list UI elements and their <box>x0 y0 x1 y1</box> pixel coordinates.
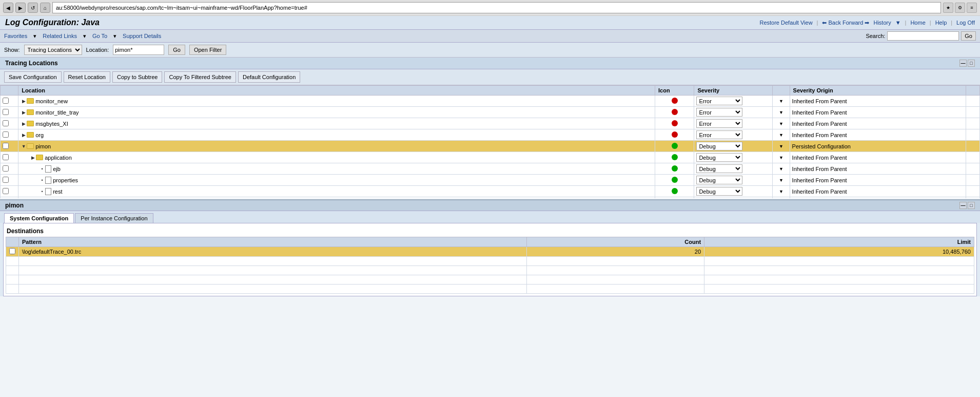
pimon-maximize-btn[interactable]: □ <box>968 202 975 209</box>
support-details-link[interactable]: Support Details <box>123 33 161 40</box>
reset-location-btn[interactable]: Reset Location <box>64 71 110 83</box>
col-sev-sort[interactable] <box>773 86 790 96</box>
dest-checkbox[interactable] <box>9 248 15 254</box>
severity-cell[interactable]: AllDebugPathInfoWarningErrorFatalNone <box>694 96 773 107</box>
tree-toggle[interactable]: ▶ <box>21 109 27 116</box>
tree-toggle[interactable]: ▶ <box>21 121 27 127</box>
severity-dropdown-arrow[interactable]: ▼ <box>773 152 790 163</box>
copy-subtree-btn[interactable]: Copy to Subtree <box>112 71 163 83</box>
row-checkbox[interactable] <box>3 98 9 104</box>
severity-select[interactable]: AllDebugPathInfoWarningErrorFatalNone <box>696 153 742 162</box>
severity-dropdown-arrow[interactable]: ▼ <box>773 186 790 197</box>
star-icon[interactable]: ★ <box>943 3 953 13</box>
row-checkbox-cell[interactable] <box>1 141 18 152</box>
back-forward-btn[interactable]: ⬅ Back Forward ➡ <box>822 20 869 26</box>
row-checkbox[interactable] <box>3 188 9 194</box>
table-row[interactable]: ▶ org AllDebugPathInfoWarningErrorFatalN… <box>1 129 980 141</box>
severity-select[interactable]: AllDebugPathInfoWarningErrorFatalNone <box>696 142 742 150</box>
severity-cell[interactable]: AllDebugPathInfoWarningErrorFatalNone <box>694 118 773 129</box>
home-link[interactable]: Home <box>910 20 925 26</box>
table-row[interactable]: ▶ application AllDebugPathInfoWarningErr… <box>1 152 980 163</box>
row-checkbox-cell[interactable] <box>1 129 18 141</box>
severity-select[interactable]: AllDebugPathInfoWarningErrorFatalNone <box>696 187 742 196</box>
severity-dropdown-arrow[interactable]: ▼ <box>773 175 790 186</box>
severity-cell[interactable]: AllDebugPathInfoWarningErrorFatalNone <box>694 129 773 141</box>
search-input[interactable] <box>887 31 959 41</box>
severity-cell[interactable]: AllDebugPathInfoWarningErrorFatalNone <box>694 197 773 199</box>
severity-select[interactable]: AllDebugPathInfoWarningErrorFatalNone <box>696 130 742 139</box>
restore-default-link[interactable]: Restore Default View <box>759 20 812 26</box>
row-checkbox-cell[interactable] <box>1 152 18 163</box>
row-checkbox-cell[interactable] <box>1 197 18 199</box>
row-checkbox[interactable] <box>3 109 9 115</box>
severity-cell[interactable]: AllDebugPathInfoWarningErrorFatalNone <box>694 152 773 163</box>
logoff-link[interactable]: Log Off <box>956 20 975 26</box>
row-checkbox[interactable] <box>3 177 9 183</box>
tree-toggle[interactable]: ▶ <box>21 132 27 138</box>
row-checkbox-cell[interactable] <box>1 175 18 186</box>
favorites-menu[interactable]: Favorites <box>4 33 27 40</box>
forward-btn[interactable]: ▶ <box>15 3 26 13</box>
copy-filtered-btn[interactable]: Copy To Filtered Subtree <box>164 71 236 83</box>
go-btn[interactable]: Go <box>168 45 185 55</box>
location-input[interactable] <box>113 45 164 55</box>
dest-row[interactable]: \log\defaultTrace_00.trc 20 10,485,760 <box>6 247 974 257</box>
severity-dropdown-arrow[interactable]: ▼ <box>773 163 790 175</box>
row-checkbox-cell[interactable] <box>1 107 18 118</box>
row-checkbox-cell[interactable] <box>1 96 18 107</box>
table-row[interactable]: ▼ pimon AllDebugPathInfoWarningErrorFata… <box>1 141 980 152</box>
row-checkbox[interactable] <box>3 120 9 126</box>
go-to-menu[interactable]: Go To <box>92 33 107 40</box>
severity-select[interactable]: AllDebugPathInfoWarningErrorFatalNone <box>696 108 742 117</box>
severity-dropdown-arrow[interactable]: ▼ <box>773 107 790 118</box>
severity-dropdown-arrow[interactable]: ▼ <box>773 129 790 141</box>
settings-icon[interactable]: ⚙ <box>955 3 965 13</box>
table-row[interactable]: • ejb AllDebugPathInfoWarningErrorFatalN… <box>1 163 980 175</box>
severity-dropdown-arrow[interactable]: ▼ <box>773 197 790 199</box>
url-bar[interactable] <box>52 2 941 13</box>
severity-select[interactable]: AllDebugPathInfoWarningErrorFatalNone <box>696 97 742 105</box>
severity-select[interactable]: AllDebugPathInfoWarningErrorFatalNone <box>696 164 742 173</box>
severity-select[interactable]: AllDebugPathInfoWarningErrorFatalNone <box>696 119 742 128</box>
help-link[interactable]: Help <box>935 20 947 26</box>
row-checkbox[interactable] <box>3 154 9 160</box>
browser-menu-icon[interactable]: ≡ <box>967 3 977 13</box>
table-row[interactable]: ▶ msgbytes_XI AllDebugPathInfoWarningErr… <box>1 118 980 129</box>
severity-dropdown-arrow[interactable]: ▼ <box>773 96 790 107</box>
reload-btn[interactable]: ↺ <box>28 3 38 13</box>
tab-instance-configuration[interactable]: Per Instance Configuration <box>75 213 153 223</box>
home-nav-btn[interactable]: ⌂ <box>40 3 50 13</box>
table-row[interactable]: • rest AllDebugPathInfoWarningErrorFatal… <box>1 186 980 197</box>
row-checkbox[interactable] <box>3 165 9 172</box>
row-checkbox[interactable] <box>3 131 9 138</box>
table-row[interactable]: ▶ session AllDebugPathInfoWarningErrorFa… <box>1 197 980 199</box>
dest-checkbox-cell[interactable] <box>6 247 19 257</box>
tree-toggle[interactable]: ▶ <box>21 98 27 104</box>
back-btn[interactable]: ◀ <box>3 3 13 13</box>
severity-dropdown-arrow[interactable]: ▼ <box>773 118 790 129</box>
row-checkbox-cell[interactable] <box>1 118 18 129</box>
severity-cell[interactable]: AllDebugPathInfoWarningErrorFatalNone <box>694 107 773 118</box>
severity-cell[interactable]: AllDebugPathInfoWarningErrorFatalNone <box>694 141 773 152</box>
severity-cell[interactable]: AllDebugPathInfoWarningErrorFatalNone <box>694 186 773 197</box>
maximize-btn[interactable]: □ <box>968 60 975 67</box>
related-links-menu[interactable]: Related Links <box>43 33 77 40</box>
tree-toggle-open[interactable]: ▼ <box>21 143 27 149</box>
show-select[interactable]: Tracing Locations <box>24 45 82 55</box>
row-checkbox[interactable] <box>3 143 9 149</box>
severity-dropdown-arrow[interactable]: ▼ <box>773 141 790 152</box>
search-go-btn[interactable]: Go <box>961 31 976 41</box>
tab-system-configuration[interactable]: System Configuration <box>4 213 74 223</box>
minimize-btn[interactable]: — <box>959 60 967 67</box>
severity-cell[interactable]: AllDebugPathInfoWarningErrorFatalNone <box>694 175 773 186</box>
default-config-btn[interactable]: Default Configuration <box>238 71 300 83</box>
history-btn[interactable]: History <box>873 20 891 26</box>
open-filter-btn[interactable]: Open Filter <box>189 45 226 55</box>
severity-cell[interactable]: AllDebugPathInfoWarningErrorFatalNone <box>694 163 773 175</box>
save-config-btn[interactable]: Save Configuration <box>4 71 62 83</box>
tree-toggle[interactable]: ▶ <box>30 155 36 161</box>
severity-select[interactable]: AllDebugPathInfoWarningErrorFatalNone <box>696 176 742 184</box>
row-checkbox-cell[interactable] <box>1 163 18 175</box>
table-row[interactable]: ▶ monitor_title_tray AllDebugPathInfoWar… <box>1 107 980 118</box>
pimon-minimize-btn[interactable]: — <box>959 202 967 209</box>
